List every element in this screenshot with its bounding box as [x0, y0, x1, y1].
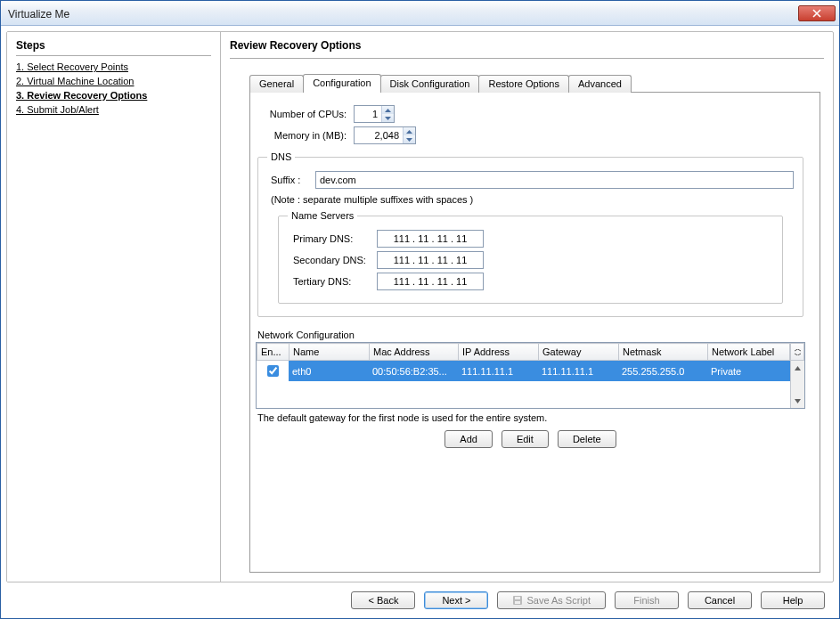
- scroll-options[interactable]: [790, 343, 804, 361]
- bottom-bar: < Back Next > Save As Script Finish Canc…: [6, 582, 834, 613]
- tab-advanced[interactable]: Advanced: [568, 75, 632, 93]
- tab-disk-configuration[interactable]: Disk Configuration: [380, 75, 480, 93]
- primary-dns-label: Primary DNS:: [288, 233, 377, 244]
- step-2[interactable]: 2. Virtual Machine Location: [16, 76, 135, 86]
- cpus-spinner[interactable]: [354, 105, 395, 123]
- svg-rect-2: [515, 601, 520, 604]
- col-ip[interactable]: IP Address: [459, 344, 539, 361]
- tab-panel-configuration: Number of CPUs: Memory in (MB):: [249, 92, 820, 573]
- tab-restore-options[interactable]: Restore Options: [478, 75, 568, 93]
- scroll-up[interactable]: [792, 361, 804, 375]
- dns-legend: DNS: [267, 151, 295, 162]
- cancel-button[interactable]: Cancel: [688, 591, 752, 609]
- steps-heading: Steps: [16, 39, 211, 52]
- vscrollbar[interactable]: [790, 361, 804, 408]
- double-chevron-icon: [795, 349, 801, 355]
- row-name: eth0: [289, 361, 369, 381]
- chevron-up-icon: [406, 130, 412, 134]
- memory-label: Memory in (MB):: [256, 130, 354, 141]
- netcfg-footnote: The default gateway for the first node i…: [257, 412, 805, 423]
- tertiary-dns-label: Tertiary DNS:: [288, 276, 377, 287]
- step-3[interactable]: 3. Review Recovery Options: [16, 90, 147, 101]
- netcfg-label: Network Configuration: [257, 330, 805, 340]
- col-netlabel[interactable]: Network Label: [708, 344, 790, 361]
- tertiary-dns-input[interactable]: 111 . 11 . 11 . 11: [377, 273, 484, 290]
- delete-button[interactable]: Delete: [558, 430, 616, 448]
- next-button[interactable]: Next >: [424, 591, 488, 609]
- cpus-label: Number of CPUs:: [256, 109, 354, 119]
- tabstrip: General Configuration Disk Configuration…: [249, 73, 824, 92]
- step-4[interactable]: 4. Submit Job/Alert: [16, 104, 99, 115]
- edit-button[interactable]: Edit: [502, 430, 549, 448]
- window: Virtualize Me Steps 1. Select Recovery P…: [0, 0, 840, 619]
- help-button[interactable]: Help: [761, 591, 825, 609]
- nameservers-fieldset: Name Servers Primary DNS: 111 . 11 . 11 …: [278, 210, 783, 304]
- scroll-down[interactable]: [792, 394, 804, 408]
- suffix-label: Suffix :: [271, 175, 315, 185]
- table-header-row: En... Name Mac Address IP Address Gatewa…: [257, 344, 790, 361]
- nameservers-legend: Name Servers: [288, 210, 357, 221]
- col-gateway[interactable]: Gateway: [539, 344, 619, 361]
- memory-input[interactable]: [355, 127, 403, 143]
- table-row-empty: [257, 381, 790, 408]
- finish-button: Finish: [615, 591, 679, 609]
- sidebar: Steps 1. Select Recovery Points 2. Virtu…: [7, 32, 221, 582]
- row-gateway: 111.11.11.1: [538, 361, 618, 381]
- row-netlabel: Private: [707, 361, 790, 381]
- tab-configuration[interactable]: Configuration: [303, 74, 380, 93]
- memory-up[interactable]: [404, 127, 415, 135]
- col-enabled[interactable]: En...: [257, 344, 290, 361]
- row-enabled-checkbox[interactable]: [267, 365, 279, 377]
- table-row[interactable]: eth0 00:50:56:B2:35... 111.11.11.1 111.1…: [257, 361, 790, 381]
- netcfg-table: En... Name Mac Address IP Address Gatewa…: [256, 342, 805, 409]
- close-icon: [812, 9, 821, 18]
- row-ip: 111.11.11.1: [458, 361, 538, 381]
- chevron-up-icon: [795, 366, 801, 371]
- save-icon: [512, 595, 523, 606]
- tab-general[interactable]: General: [249, 75, 304, 93]
- dns-fieldset: DNS Suffix : (Note : separate multiple s…: [257, 151, 803, 317]
- memory-spinner[interactable]: [354, 126, 416, 144]
- col-name[interactable]: Name: [290, 344, 370, 361]
- main-heading: Review Recovery Options: [230, 39, 824, 52]
- secondary-dns-input[interactable]: 111 . 11 . 11 . 11: [377, 251, 484, 269]
- add-button[interactable]: Add: [444, 430, 493, 448]
- row-enabled[interactable]: [257, 361, 289, 381]
- chevron-down-icon: [385, 117, 391, 120]
- cpus-down[interactable]: [382, 114, 394, 122]
- cpus-up[interactable]: [382, 106, 394, 114]
- primary-dns-input[interactable]: 111 . 11 . 11 . 11: [377, 230, 484, 248]
- window-title: Virtualize Me: [8, 6, 798, 20]
- row-mac: 00:50:56:B2:35...: [369, 361, 458, 381]
- save-script-label: Save As Script: [526, 595, 591, 606]
- close-button[interactable]: [798, 5, 836, 21]
- suffix-input[interactable]: [315, 171, 794, 189]
- main-panel: Review Recovery Options General Configur…: [221, 32, 833, 582]
- step-1[interactable]: 1. Select Recovery Points: [16, 61, 128, 72]
- col-netmask[interactable]: Netmask: [619, 344, 708, 361]
- save-script-button: Save As Script: [497, 591, 606, 609]
- svg-rect-1: [515, 597, 520, 599]
- chevron-down-icon: [795, 399, 801, 403]
- chevron-down-icon: [406, 138, 412, 142]
- cpus-input[interactable]: [355, 106, 381, 122]
- steps-list: 1. Select Recovery Points 2. Virtual Mac…: [16, 61, 211, 115]
- memory-down[interactable]: [404, 135, 415, 143]
- secondary-dns-label: Secondary DNS:: [288, 255, 377, 265]
- col-mac[interactable]: Mac Address: [370, 344, 459, 361]
- titlebar: Virtualize Me: [1, 1, 839, 26]
- chevron-up-icon: [385, 109, 391, 112]
- suffix-note: (Note : separate multiple suffixes with …: [271, 194, 794, 205]
- back-button[interactable]: < Back: [351, 591, 415, 609]
- row-netmask: 255.255.255.0: [618, 361, 707, 381]
